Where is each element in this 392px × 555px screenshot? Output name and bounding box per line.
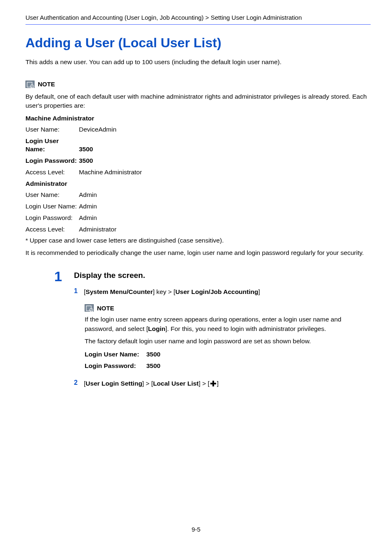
svg-line-2	[33, 88, 34, 88]
page-number: 9-5	[0, 526, 392, 533]
inner-note-body-2: The factory default login user name and …	[85, 337, 371, 346]
inner-note-body-1: If the login user name entry screen appe…	[85, 315, 371, 333]
sub-1-text: [System Menu/Counter] key > [User Login/…	[84, 287, 260, 296]
ma-user-name: User Name:DeviceAdmin	[25, 125, 371, 134]
ma-login-pass: Login Password:3500	[25, 157, 371, 165]
plus-icon	[210, 381, 216, 386]
sub-number-2: 2	[74, 379, 80, 386]
ad-user-name: User Name:Admin	[25, 191, 371, 199]
note-header: NOTE	[25, 81, 371, 88]
ad-access: Access Level:Administrator	[25, 225, 371, 234]
sub-number-1: 1	[74, 287, 80, 295]
inner-note: NOTE If the login user name entry screen…	[85, 304, 371, 370]
ma-access: Access Level:Machine Administrator	[25, 168, 371, 176]
intro-text: This adds a new user. You can add up to …	[25, 58, 371, 67]
step-1-sub-1: 1 [System Menu/Counter] key > [User Logi…	[74, 287, 371, 296]
ad-login-user: Login User Name:Admin	[25, 202, 371, 210]
machine-admin-title: Machine Administrator	[25, 115, 371, 122]
step-1: 1 Display the screen. 1 [System Menu/Cou…	[74, 271, 371, 388]
inner-note-header: NOTE	[85, 304, 371, 312]
case-sensitive-note: * Upper case and lower case letters are …	[25, 237, 371, 244]
step-number-1: 1	[54, 268, 62, 284]
recommend-text: It is recommended to periodically change…	[25, 248, 371, 257]
breadcrumb: User Authentication and Accounting (User…	[25, 14, 371, 25]
page-title: Adding a User (Local User List)	[25, 35, 371, 51]
inner-login-user: Login User Name:3500	[85, 350, 371, 358]
step-1-title: Display the screen.	[74, 271, 371, 280]
note-label: NOTE	[38, 81, 55, 88]
note-body: By default, one of each default user wit…	[25, 92, 371, 111]
inner-note-label: NOTE	[97, 305, 114, 312]
ad-login-pass: Login Password:Admin	[25, 214, 371, 222]
ma-login-user: Login User Name:3500	[25, 137, 371, 153]
sub-2-text: [User Login Setting] > [Local User List]…	[84, 379, 219, 388]
svg-line-5	[92, 311, 93, 312]
inner-login-pass: Login Password:3500	[85, 362, 371, 370]
note-icon	[25, 81, 35, 88]
admin-title: Administrator	[25, 180, 371, 187]
note-icon	[85, 304, 94, 312]
step-1-sub-2: 2 [User Login Setting] > [Local User Lis…	[74, 379, 371, 388]
